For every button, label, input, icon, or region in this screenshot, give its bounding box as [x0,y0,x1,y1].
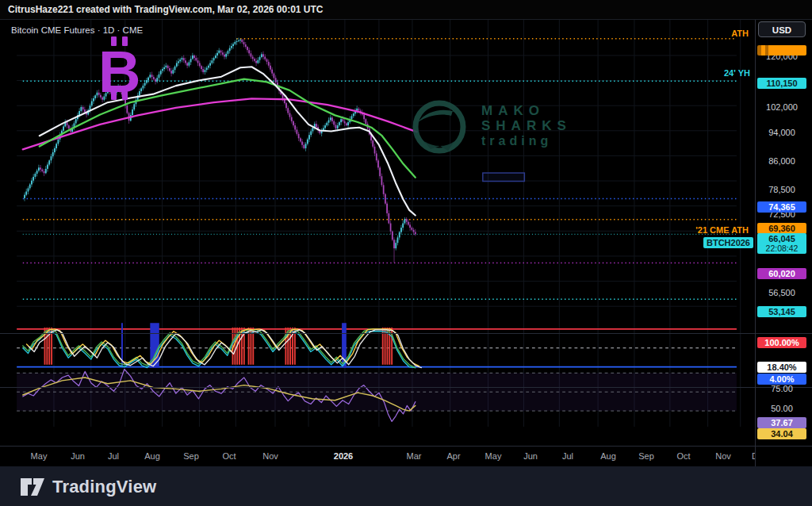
candle-body [179,59,181,61]
candle-body [212,60,213,63]
price-tick: 102,000 [756,102,808,112]
candle-body [261,54,262,57]
price-tick: 56,500 [756,288,808,297]
candle-body [294,125,296,129]
tradingview-logo[interactable]: TradingView [21,477,156,497]
candle-body [232,44,234,47]
watermark: MAKO SHARKS trading [408,92,572,159]
candle-body [91,102,93,106]
time-axis-label: Nov [715,451,731,461]
candle-body [390,224,392,232]
time-axis-label: Sep [183,451,199,461]
yearly-high-annotation: 24' YH [724,68,750,78]
candle-body [300,138,301,141]
candle-body [337,125,339,128]
candle-body [193,56,195,58]
candle-body [248,50,250,53]
drawn-rectangle[interactable] [483,173,525,182]
candle-body [234,42,236,44]
time-axis-label: Aug [144,451,160,461]
candle-body [363,114,365,119]
candle-body [293,121,294,125]
candle-body [374,147,376,154]
candle-body [377,160,379,167]
candle-body [392,232,393,240]
candle-body [79,111,80,115]
ticker-label[interactable]: BTCH2026 [703,237,753,248]
candle-body [254,59,255,61]
candle-body [397,237,399,243]
price-label[interactable]: 69,360 [757,223,806,234]
candle-body [393,240,395,248]
candle-body [126,105,128,113]
candle-body [209,63,211,65]
price-label[interactable]: 74,365 [757,201,806,213]
pane-separator[interactable] [0,333,812,334]
candle-body [346,123,347,125]
time-axis-label: 2026 [334,451,353,461]
candle-body [351,116,353,119]
candle-body [310,131,312,135]
candle-body [176,63,178,66]
candle-body [133,104,135,109]
candle-body [259,57,261,60]
price-tick: 86,000 [756,156,808,166]
candle-body [178,61,179,63]
axis-separator [0,446,812,447]
candle-body [195,58,197,60]
candle-body [38,167,40,171]
symbol-title[interactable]: Bitcoin CME Futures · 1D · CME [11,25,143,35]
candle-body [330,117,331,120]
candle-body [205,70,206,72]
currency-toggle-button[interactable]: USD [758,21,806,37]
indicator-tick: 75.00 [756,384,808,393]
candle-body [52,152,54,156]
pane-separator[interactable] [0,387,812,388]
candle-body [215,56,216,58]
candle-body [243,42,245,44]
candle-body [25,191,27,194]
candle-body [298,134,300,138]
candle-body [255,61,257,63]
time-axis-label: Jun [71,451,85,461]
candle-body [409,224,411,228]
candle-body [289,113,291,117]
candle-body [48,160,50,164]
price-label[interactable]: 110,150 [757,78,806,89]
candle-body [308,135,310,140]
candle-body [222,52,224,55]
tradingview-brand-text: TradingView [52,477,156,497]
candle-body [385,194,386,204]
candle-body [381,176,383,185]
price-scale[interactable]: 120,000102,00094,00086,00078,50072,50056… [756,20,812,447]
candle-body [54,148,56,152]
candle-body [132,109,133,115]
tradingview-mark-icon [21,477,44,496]
price-label[interactable]: 66,04522:08:42 [757,233,806,254]
time-axis[interactable]: MayJunJulAugSepOctNov2026MarAprMayJunJul… [0,447,755,466]
shark-logo-icon [408,92,470,159]
candle-body [415,232,416,235]
price-label[interactable]: 53,145 [757,306,806,317]
cme-ath-annotation: '21 CME ATH [695,225,749,235]
svg-text:B: B [98,39,140,102]
ath-price-label-clipped[interactable] [757,45,806,56]
candle-body [163,67,165,69]
candle-body [358,109,360,111]
candle-body [24,195,25,198]
candle-body [287,108,289,113]
time-axis-label: Sep [638,451,654,461]
time-axis-label: Jun [523,451,538,461]
indicator-label: 18.40% [757,362,806,373]
candle-body [228,51,229,54]
time-axis-label: Jul [562,451,573,461]
attribution-bar: CitrusHaze221 created with TradingView.c… [0,0,812,20]
indicator-tick: 50.00 [756,404,808,413]
candle-body [257,60,259,63]
candle-body [186,63,188,65]
candle-body [216,53,218,56]
candle-body [312,128,314,132]
price-label[interactable]: 60,020 [757,268,806,279]
candle-body [399,232,400,238]
candle-body [383,185,385,194]
